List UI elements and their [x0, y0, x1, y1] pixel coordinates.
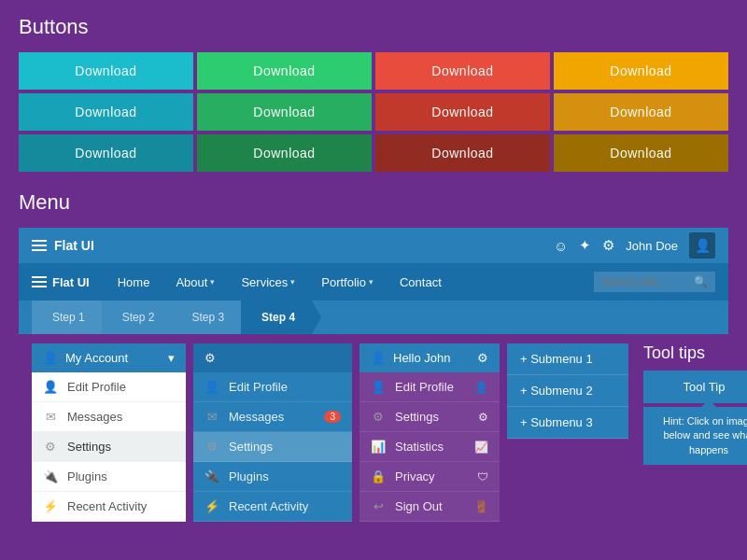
- nav-item-about[interactable]: About ▾: [162, 263, 228, 301]
- dropdown-item-recent-2[interactable]: ⚡ Recent Activity: [193, 492, 352, 522]
- dropdown-item-edit-profile[interactable]: 👤 Edit Profile: [32, 372, 186, 402]
- settings-icon: ⚙: [477, 351, 488, 365]
- activity-icon: ⚡: [43, 499, 58, 513]
- user-avatar-icon: 👤: [43, 351, 58, 365]
- top-bar-right: ☺ ✦ ⚙ John Doe 👤: [554, 232, 715, 259]
- buttons-title: Buttons: [19, 15, 728, 39]
- download-button[interactable]: Download: [197, 134, 372, 172]
- dropdown-item-plugins-2[interactable]: 🔌 Plugins: [193, 462, 352, 492]
- nav-item-home[interactable]: Home: [105, 263, 163, 301]
- shield-icon: 🛡: [477, 470, 488, 483]
- download-button[interactable]: Download: [375, 134, 550, 172]
- step-4[interactable]: Step 4: [241, 301, 312, 334]
- download-button[interactable]: Download: [375, 93, 550, 131]
- signout-icon: ↩: [371, 499, 386, 513]
- lock-icon: 🔒: [371, 469, 386, 483]
- nav-items: Home About ▾ Services ▾ Portfolio ▾ Cont…: [105, 263, 594, 301]
- download-button[interactable]: Download: [554, 52, 728, 90]
- dropdown-left: 👤 My Account ▾ 👤 Edit Profile ✉ Messages…: [32, 343, 186, 522]
- message-icon: ✉: [204, 410, 219, 424]
- download-button[interactable]: Download: [197, 93, 372, 131]
- settings-icon: ⚙: [371, 410, 386, 424]
- dropdown-middle-header[interactable]: ⚙: [193, 343, 352, 372]
- activity-icon: ⚡: [204, 499, 219, 513]
- dropdown-item-settings-3[interactable]: ⚙ Settings ⚙: [359, 402, 500, 432]
- caret-icon: ▾: [290, 277, 295, 287]
- nav-brand-label: Flat UI: [52, 275, 90, 289]
- nav-item-contact[interactable]: Contact: [387, 263, 455, 301]
- settings-icon-right: ⚙: [478, 411, 488, 424]
- dropdown-item-recent-activity[interactable]: ⚡ Recent Activity: [32, 492, 186, 522]
- buttons-section: Buttons Download Download Download Downl…: [0, 0, 747, 187]
- download-button[interactable]: Download: [554, 93, 728, 131]
- inputs-section: Inputs 👤 ✉ 🔒: [0, 546, 747, 560]
- dropdown-item-messages-2[interactable]: ✉ Messages 3: [193, 402, 352, 432]
- hamburger-icon[interactable]: [32, 240, 47, 251]
- dropdown-item-settings-2[interactable]: ⚙ Settings: [193, 432, 352, 462]
- submenu-panel: + Submenu 1 + Submenu 2 + Submenu 3: [507, 343, 628, 439]
- caret-icon: ▾: [210, 277, 215, 287]
- username-label: John Doe: [626, 239, 678, 253]
- download-button[interactable]: Download: [19, 134, 193, 172]
- menu-title: Menu: [19, 190, 728, 215]
- tooltip-title: Tool tips: [643, 343, 747, 363]
- message-icon: ✉: [43, 410, 58, 424]
- dropdown-right: 👤 Hello John ⚙ 👤 Edit Profile 👤 ⚙ Settin…: [359, 343, 500, 522]
- avatar[interactable]: 👤: [689, 232, 715, 259]
- download-button[interactable]: Download: [19, 52, 193, 90]
- dropdown-left-header[interactable]: 👤 My Account ▾: [32, 343, 186, 372]
- dropdown-item-stats[interactable]: 📊 Statistics 📈: [359, 432, 500, 462]
- hello-john-label: Hello John: [393, 351, 450, 365]
- gear-icon[interactable]: ⚙: [602, 237, 614, 254]
- dropdown-item-privacy[interactable]: 🔒 Privacy 🛡: [359, 462, 500, 492]
- caret-icon: ▾: [168, 351, 175, 365]
- dropdown-item-edit-3[interactable]: 👤 Edit Profile 👤: [359, 372, 500, 402]
- stats-icon: 📊: [371, 440, 386, 454]
- nav-search[interactable]: 🔍: [594, 272, 715, 292]
- menu-panels: 👤 My Account ▾ 👤 Edit Profile ✉ Messages…: [19, 334, 728, 531]
- nav-bar: Flat UI Home About ▾ Services ▾ Portfoli…: [19, 263, 728, 301]
- tooltip-section: Tool tips Tool Tip Hint: Click on image …: [643, 343, 747, 465]
- exit-icon: 🚪: [474, 500, 488, 513]
- search-icon: 🔍: [694, 275, 708, 288]
- top-bar-brand: Flat UI: [32, 238, 94, 253]
- submenu-item-3[interactable]: + Submenu 3: [507, 407, 628, 439]
- submenu-item-1[interactable]: + Submenu 1: [507, 343, 628, 375]
- steps-bar: Step 1 Step 2 Step 3 Step 4: [19, 301, 728, 334]
- nav-item-services[interactable]: Services ▾: [228, 263, 308, 301]
- tooltip-button[interactable]: Tool Tip: [643, 371, 747, 403]
- plugin-icon: 🔌: [204, 469, 219, 483]
- inputs-title: Inputs: [19, 555, 728, 560]
- dropdown-item-edit-profile-2[interactable]: 👤 Edit Profile: [193, 372, 352, 402]
- download-button[interactable]: Download: [197, 52, 372, 90]
- user-avatar-icon: 👤: [371, 351, 386, 365]
- my-account-label: My Account: [65, 351, 128, 365]
- user-icon: 👤: [43, 380, 58, 394]
- plugin-icon: 🔌: [43, 469, 58, 483]
- tooltip-hint: Hint: Click on image below and see what …: [643, 407, 747, 465]
- download-button[interactable]: Download: [554, 134, 728, 172]
- step-1[interactable]: Step 1: [32, 301, 102, 334]
- user-icon[interactable]: ☺: [554, 238, 568, 254]
- download-button[interactable]: Download: [375, 52, 550, 90]
- dropdown-item-settings[interactable]: ⚙ Settings: [32, 432, 186, 462]
- search-input[interactable]: [601, 275, 694, 288]
- nav-brand: Flat UI: [32, 275, 105, 289]
- caret-icon: ▾: [369, 277, 374, 287]
- nav-hamburger-icon[interactable]: [32, 276, 47, 287]
- download-button[interactable]: Download: [19, 93, 193, 131]
- dropdown-item-messages[interactable]: ✉ Messages: [32, 402, 186, 432]
- gear-icon: ⚙: [204, 351, 216, 365]
- brand-label: Flat UI: [54, 238, 94, 253]
- step-2[interactable]: Step 2: [102, 301, 172, 334]
- step-3[interactable]: Step 3: [171, 301, 241, 334]
- dropdown-item-plugins[interactable]: 🔌 Plugins: [32, 462, 186, 492]
- dropdown-right-header[interactable]: 👤 Hello John ⚙: [359, 343, 500, 372]
- dropdown-item-signout[interactable]: ↩ Sign Out 🚪: [359, 492, 500, 522]
- user-icon: 👤: [371, 380, 386, 394]
- submenu-item-2[interactable]: + Submenu 2: [507, 375, 628, 407]
- star-icon[interactable]: ✦: [579, 237, 591, 254]
- dropdown-middle: ⚙ 👤 Edit Profile ✉ Messages 3 ⚙ Settings…: [193, 343, 352, 522]
- settings-icon: ⚙: [43, 440, 58, 454]
- nav-item-portfolio[interactable]: Portfolio ▾: [308, 263, 387, 301]
